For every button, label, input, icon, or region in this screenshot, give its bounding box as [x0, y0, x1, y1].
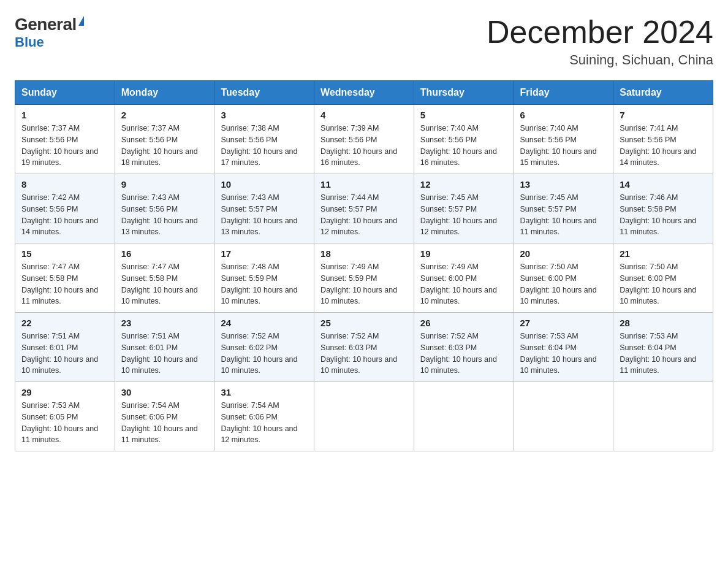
calendar-day-cell: 20 Sunrise: 7:50 AMSunset: 6:00 PMDaylig… — [514, 243, 613, 313]
calendar-day-cell: 1 Sunrise: 7:37 AMSunset: 5:56 PMDayligh… — [15, 105, 115, 174]
day-info: Sunrise: 7:54 AMSunset: 6:06 PMDaylight:… — [221, 401, 297, 444]
calendar-day-cell: 9 Sunrise: 7:43 AMSunset: 5:56 PMDayligh… — [115, 174, 214, 243]
day-info: Sunrise: 7:45 AMSunset: 5:57 PMDaylight:… — [520, 193, 597, 236]
calendar-day-cell: 31 Sunrise: 7:54 AMSunset: 6:06 PMDaylig… — [214, 382, 314, 451]
day-number: 5 — [420, 110, 507, 120]
day-number: 25 — [320, 318, 408, 328]
day-number: 3 — [221, 110, 308, 120]
day-info: Sunrise: 7:40 AMSunset: 5:56 PMDaylight:… — [520, 124, 597, 167]
calendar-day-cell: 29 Sunrise: 7:53 AMSunset: 6:05 PMDaylig… — [15, 382, 115, 451]
weekday-header-saturday: Saturday — [613, 81, 713, 105]
day-number: 23 — [121, 318, 208, 328]
calendar-day-cell: 26 Sunrise: 7:52 AMSunset: 6:03 PMDaylig… — [414, 313, 514, 382]
calendar-week-row: 22 Sunrise: 7:51 AMSunset: 6:01 PMDaylig… — [15, 313, 713, 382]
calendar-day-cell: 13 Sunrise: 7:45 AMSunset: 5:57 PMDaylig… — [514, 174, 613, 243]
calendar-day-cell: 18 Sunrise: 7:49 AMSunset: 5:59 PMDaylig… — [314, 243, 414, 313]
calendar-week-row: 29 Sunrise: 7:53 AMSunset: 6:05 PMDaylig… — [15, 382, 713, 451]
day-info: Sunrise: 7:50 AMSunset: 6:00 PMDaylight:… — [620, 262, 696, 305]
calendar-day-cell: 3 Sunrise: 7:38 AMSunset: 5:56 PMDayligh… — [214, 105, 314, 174]
day-number: 11 — [320, 179, 408, 190]
day-number: 15 — [21, 248, 108, 259]
day-number: 17 — [221, 248, 308, 259]
calendar-day-cell: 19 Sunrise: 7:49 AMSunset: 6:00 PMDaylig… — [414, 243, 514, 313]
day-number: 26 — [420, 318, 507, 328]
day-info: Sunrise: 7:43 AMSunset: 5:56 PMDaylight:… — [121, 193, 198, 236]
calendar-week-row: 15 Sunrise: 7:47 AMSunset: 5:58 PMDaylig… — [15, 243, 713, 313]
day-info: Sunrise: 7:44 AMSunset: 5:57 PMDaylight:… — [320, 193, 397, 236]
day-info: Sunrise: 7:53 AMSunset: 6:04 PMDaylight:… — [520, 332, 597, 375]
day-info: Sunrise: 7:40 AMSunset: 5:56 PMDaylight:… — [420, 124, 497, 167]
calendar-day-cell: 15 Sunrise: 7:47 AMSunset: 5:58 PMDaylig… — [15, 243, 115, 313]
logo-blue-text: Blue — [15, 34, 44, 50]
day-info: Sunrise: 7:53 AMSunset: 6:05 PMDaylight:… — [21, 401, 98, 444]
calendar-day-cell: 5 Sunrise: 7:40 AMSunset: 5:56 PMDayligh… — [414, 105, 514, 174]
day-info: Sunrise: 7:37 AMSunset: 5:56 PMDaylight:… — [21, 124, 98, 167]
day-number: 10 — [221, 179, 308, 190]
day-number: 22 — [21, 318, 108, 328]
day-number: 12 — [420, 179, 507, 190]
weekday-header-monday: Monday — [115, 81, 214, 105]
day-number: 6 — [520, 110, 607, 120]
day-number: 19 — [420, 248, 507, 259]
calendar-day-cell: 2 Sunrise: 7:37 AMSunset: 5:56 PMDayligh… — [115, 105, 214, 174]
day-info: Sunrise: 7:43 AMSunset: 5:57 PMDaylight:… — [221, 193, 297, 236]
calendar-day-cell: 23 Sunrise: 7:51 AMSunset: 6:01 PMDaylig… — [115, 313, 214, 382]
day-info: Sunrise: 7:52 AMSunset: 6:02 PMDaylight:… — [221, 332, 297, 375]
day-number: 13 — [520, 179, 607, 190]
calendar-day-cell — [514, 382, 613, 451]
day-info: Sunrise: 7:51 AMSunset: 6:01 PMDaylight:… — [21, 332, 98, 375]
calendar-day-cell: 21 Sunrise: 7:50 AMSunset: 6:00 PMDaylig… — [613, 243, 713, 313]
day-info: Sunrise: 7:51 AMSunset: 6:01 PMDaylight:… — [121, 332, 198, 375]
calendar-day-cell: 14 Sunrise: 7:46 AMSunset: 5:58 PMDaylig… — [613, 174, 713, 243]
day-info: Sunrise: 7:53 AMSunset: 6:04 PMDaylight:… — [620, 332, 696, 375]
day-info: Sunrise: 7:46 AMSunset: 5:58 PMDaylight:… — [620, 193, 696, 236]
weekday-header-sunday: Sunday — [15, 81, 115, 105]
day-number: 28 — [620, 318, 707, 328]
calendar-table: SundayMondayTuesdayWednesdayThursdayFrid… — [15, 80, 713, 451]
calendar-week-row: 1 Sunrise: 7:37 AMSunset: 5:56 PMDayligh… — [15, 105, 713, 174]
day-info: Sunrise: 7:38 AMSunset: 5:56 PMDaylight:… — [221, 124, 297, 167]
calendar-day-cell: 24 Sunrise: 7:52 AMSunset: 6:02 PMDaylig… — [214, 313, 314, 382]
day-info: Sunrise: 7:39 AMSunset: 5:56 PMDaylight:… — [320, 124, 397, 167]
day-info: Sunrise: 7:45 AMSunset: 5:57 PMDaylight:… — [420, 193, 497, 236]
day-info: Sunrise: 7:47 AMSunset: 5:58 PMDaylight:… — [21, 262, 98, 305]
day-number: 9 — [121, 179, 208, 190]
day-number: 21 — [620, 248, 707, 259]
day-info: Sunrise: 7:48 AMSunset: 5:59 PMDaylight:… — [221, 262, 297, 305]
calendar-week-row: 8 Sunrise: 7:42 AMSunset: 5:56 PMDayligh… — [15, 174, 713, 243]
weekday-header-row: SundayMondayTuesdayWednesdayThursdayFrid… — [15, 81, 713, 105]
calendar-day-cell: 4 Sunrise: 7:39 AMSunset: 5:56 PMDayligh… — [314, 105, 414, 174]
day-info: Sunrise: 7:49 AMSunset: 6:00 PMDaylight:… — [420, 262, 497, 305]
calendar-day-cell: 11 Sunrise: 7:44 AMSunset: 5:57 PMDaylig… — [314, 174, 414, 243]
calendar-day-cell: 27 Sunrise: 7:53 AMSunset: 6:04 PMDaylig… — [514, 313, 613, 382]
day-number: 14 — [620, 179, 707, 190]
day-number: 1 — [21, 110, 108, 120]
logo-general-text: General — [15, 15, 77, 34]
day-number: 31 — [221, 387, 308, 397]
day-number: 20 — [520, 248, 607, 259]
day-number: 4 — [320, 110, 408, 120]
month-year-title: December 2024 — [487, 15, 713, 50]
weekday-header-tuesday: Tuesday — [214, 81, 314, 105]
weekday-header-thursday: Thursday — [414, 81, 514, 105]
calendar-day-cell: 30 Sunrise: 7:54 AMSunset: 6:06 PMDaylig… — [115, 382, 214, 451]
calendar-day-cell: 22 Sunrise: 7:51 AMSunset: 6:01 PMDaylig… — [15, 313, 115, 382]
calendar-day-cell: 28 Sunrise: 7:53 AMSunset: 6:04 PMDaylig… — [613, 313, 713, 382]
day-info: Sunrise: 7:49 AMSunset: 5:59 PMDaylight:… — [320, 262, 397, 305]
calendar-day-cell: 16 Sunrise: 7:47 AMSunset: 5:58 PMDaylig… — [115, 243, 214, 313]
calendar-day-cell — [314, 382, 414, 451]
calendar-day-cell: 25 Sunrise: 7:52 AMSunset: 6:03 PMDaylig… — [314, 313, 414, 382]
weekday-header-friday: Friday — [514, 81, 613, 105]
day-info: Sunrise: 7:47 AMSunset: 5:58 PMDaylight:… — [121, 262, 198, 305]
day-info: Sunrise: 7:41 AMSunset: 5:56 PMDaylight:… — [620, 124, 696, 167]
calendar-day-cell: 8 Sunrise: 7:42 AMSunset: 5:56 PMDayligh… — [15, 174, 115, 243]
day-number: 8 — [21, 179, 108, 190]
calendar-day-cell: 6 Sunrise: 7:40 AMSunset: 5:56 PMDayligh… — [514, 105, 613, 174]
day-number: 24 — [221, 318, 308, 328]
day-info: Sunrise: 7:50 AMSunset: 6:00 PMDaylight:… — [520, 262, 597, 305]
day-number: 7 — [620, 110, 707, 120]
location-subtitle: Suining, Sichuan, China — [487, 52, 713, 68]
day-info: Sunrise: 7:52 AMSunset: 6:03 PMDaylight:… — [420, 332, 497, 375]
weekday-header-wednesday: Wednesday — [314, 81, 414, 105]
day-info: Sunrise: 7:37 AMSunset: 5:56 PMDaylight:… — [121, 124, 198, 167]
